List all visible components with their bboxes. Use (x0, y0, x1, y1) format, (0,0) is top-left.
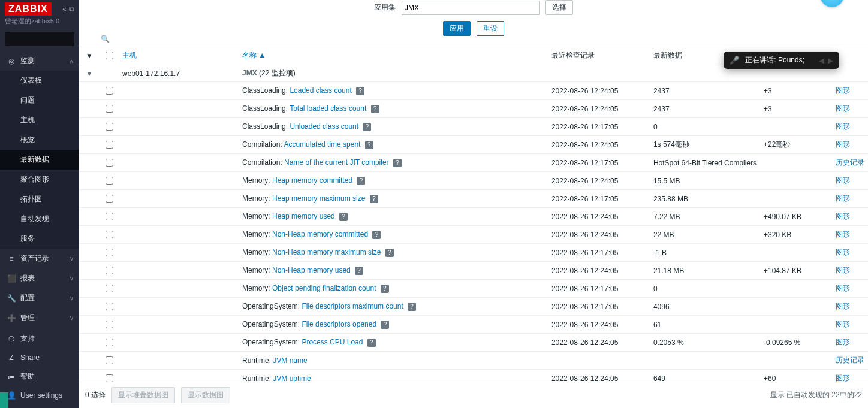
filter-app-input[interactable] (402, 1, 540, 15)
row-checkbox[interactable] (106, 195, 113, 203)
nav-sub-hosts[interactable]: 主机 (0, 110, 79, 130)
nav-sub-dashboard[interactable]: 仪表板 (0, 71, 79, 90)
help-icon[interactable]: ? (381, 321, 389, 329)
help-icon[interactable]: ? (355, 267, 363, 275)
help-icon[interactable]: ? (357, 177, 365, 185)
help-icon[interactable]: ? (408, 303, 416, 311)
nav-user-settings[interactable]: 👤User settings (0, 386, 79, 404)
row-checkbox[interactable] (106, 159, 113, 167)
item-name-link[interactable]: Name of the current JIT compiler (284, 158, 389, 167)
row-checkbox[interactable] (106, 249, 113, 256)
item-action-link[interactable]: 图形 (836, 248, 850, 256)
nav-support[interactable]: ❍支持 (0, 329, 79, 349)
item-action-link[interactable]: 历史记录 (836, 356, 864, 364)
row-checkbox[interactable] (106, 87, 113, 95)
item-name-link[interactable]: File descriptors opened (302, 320, 376, 328)
help-icon[interactable]: ? (371, 105, 379, 113)
caption-prev-icon[interactable]: ◀ (819, 56, 824, 65)
item-action-link[interactable]: 图形 (836, 122, 850, 131)
nav-inventory[interactable]: ≡ 资产记录 v (0, 249, 79, 268)
row-checkbox[interactable] (106, 374, 113, 382)
help-icon[interactable]: ? (393, 159, 402, 167)
help-icon[interactable]: ? (370, 195, 378, 203)
item-name-link[interactable]: JVM name (273, 356, 307, 365)
item-action-link[interactable]: 历史记录 (836, 158, 864, 167)
item-action-link[interactable]: 图形 (836, 176, 850, 185)
nav-share[interactable]: ZShare (0, 349, 79, 367)
help-icon[interactable]: ? (356, 87, 364, 95)
nav-sub-maps[interactable]: 拓扑图 (0, 189, 79, 209)
col-name[interactable]: 名称 ▲ (239, 46, 548, 65)
nav-config[interactable]: 🔧 配置 v (0, 288, 79, 308)
row-checkbox[interactable] (106, 303, 113, 310)
nav-sub-problems[interactable]: 问题 (0, 90, 79, 110)
sidebar-popout-icon[interactable]: ⧉ (69, 5, 74, 13)
item-action-link[interactable]: 图形 (836, 194, 850, 203)
expand-all-toggle[interactable]: ▼ (79, 46, 100, 65)
select-all-header[interactable] (100, 46, 119, 65)
host-link[interactable]: web01-172.16.1.7 (122, 69, 180, 78)
nav-monitoring[interactable]: ◎ 监测 ʌ (0, 51, 79, 71)
row-checkbox[interactable] (106, 123, 113, 131)
help-icon[interactable]: ? (365, 141, 373, 149)
item-action-link[interactable]: 图形 (836, 104, 850, 113)
item-name-link[interactable]: Heap memory used (272, 212, 335, 220)
row-checkbox[interactable] (106, 356, 113, 364)
item-action-link[interactable]: 图形 (836, 212, 850, 220)
row-checkbox[interactable] (106, 339, 113, 346)
help-icon[interactable]: ? (385, 249, 394, 257)
search-box[interactable]: 🔍 (5, 32, 74, 46)
item-name-link[interactable]: Heap memory maximum size (272, 194, 365, 203)
nav-sub-discovery[interactable]: 自动发现 (0, 209, 79, 229)
item-name-link[interactable]: Process CPU Load (302, 338, 363, 346)
row-checkbox[interactable] (106, 177, 113, 185)
select-all-checkbox[interactable] (106, 52, 113, 59)
item-action-link[interactable]: 图形 (836, 230, 850, 238)
nav-sub-latest[interactable]: 最新数据 (0, 150, 79, 170)
col-name-link[interactable]: 名称 ▲ (242, 51, 266, 59)
nav-sub-graphs[interactable]: 聚合图形 (0, 170, 79, 189)
help-icon[interactable]: ? (339, 213, 348, 221)
row-checkbox[interactable] (106, 321, 113, 328)
help-icon[interactable]: ? (363, 123, 371, 131)
item-action-link[interactable]: 图形 (836, 302, 850, 310)
nav-help[interactable]: ≔帮助 (0, 367, 79, 386)
nav-reports[interactable]: ⬛ 报表 v (0, 268, 79, 288)
item-action-link[interactable]: 图形 (836, 338, 850, 346)
nav-sub-services[interactable]: 服务 (0, 229, 79, 249)
item-action-link[interactable]: 图形 (836, 374, 850, 382)
col-host-link[interactable]: 主机 (122, 51, 137, 59)
item-name-link[interactable]: Non-Heap memory committed (272, 230, 368, 238)
row-checkbox[interactable] (106, 285, 113, 292)
row-checkbox[interactable] (106, 105, 113, 113)
row-checkbox[interactable] (106, 213, 113, 220)
nav-sub-overview[interactable]: 概览 (0, 130, 79, 150)
item-name-link[interactable]: JVM uptime (273, 374, 311, 382)
live-caption-overlay[interactable]: 🎤 正在讲话: Pounds; ◀ ▶ (724, 52, 839, 69)
col-host[interactable]: 主机 (119, 46, 239, 65)
item-name-link[interactable]: Total loaded class count (290, 104, 366, 113)
nav-admin[interactable]: ➕ 管理 v (0, 308, 79, 328)
group-collapse-toggle[interactable]: ▼ (79, 65, 100, 82)
filter-apply-button[interactable]: 应用 (443, 21, 471, 36)
item-name-link[interactable]: Object pending finalization count (272, 284, 376, 292)
help-icon[interactable]: ? (381, 285, 389, 293)
item-name-link[interactable]: Accumulated time spent (284, 140, 360, 149)
item-action-link[interactable]: 图形 (836, 266, 850, 274)
help-icon[interactable]: ? (367, 339, 376, 347)
filter-reset-button[interactable]: 重设 (477, 21, 504, 36)
filter-select-button[interactable]: 选择 (545, 0, 573, 15)
item-action-link[interactable]: 图形 (836, 320, 850, 328)
item-name-link[interactable]: Non-Heap memory used (272, 266, 351, 274)
row-checkbox[interactable] (106, 231, 113, 238)
item-name-link[interactable]: Heap memory committed (272, 176, 352, 185)
item-action-link[interactable]: 图形 (836, 284, 850, 292)
row-checkbox[interactable] (106, 141, 113, 149)
item-name-link[interactable]: Loaded class count (290, 86, 351, 95)
item-name-link[interactable]: Non-Heap memory maximum size (272, 248, 381, 256)
item-name-link[interactable]: Unloaded class count (290, 122, 358, 131)
caption-next-icon[interactable]: ▶ (828, 56, 833, 65)
brand-logo[interactable]: ZABBIX (5, 2, 52, 16)
item-action-link[interactable]: 图形 (836, 86, 850, 95)
item-action-link[interactable]: 图形 (836, 140, 850, 149)
